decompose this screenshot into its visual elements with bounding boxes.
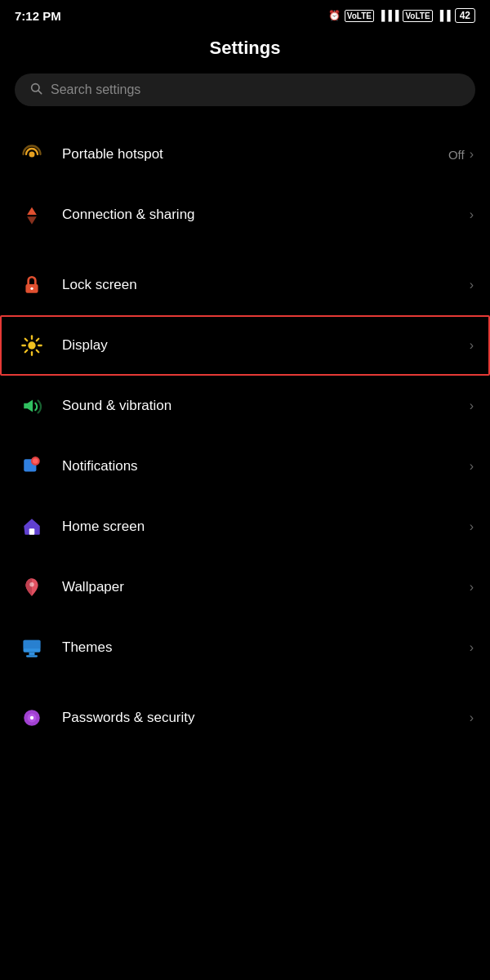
- svg-line-14: [25, 350, 27, 352]
- settings-item-display[interactable]: Display ›: [0, 315, 490, 376]
- item-label-connection-sharing: Connection & sharing: [62, 207, 470, 223]
- alarm-icon: ⏰: [328, 10, 341, 21]
- svg-marker-3: [27, 207, 37, 215]
- chevron-right-icon: ›: [470, 147, 474, 162]
- settings-item-passwords-security[interactable]: Passwords & security ›: [0, 688, 490, 748]
- svg-point-2: [29, 152, 35, 158]
- chevron-right-icon: ›: [470, 459, 474, 474]
- svg-line-13: [37, 350, 38, 352]
- settings-list: Portable hotspot Off › Connection & shar…: [0, 124, 490, 748]
- settings-item-portable-hotspot[interactable]: Portable hotspot Off ›: [0, 124, 490, 185]
- svg-point-7: [28, 341, 35, 349]
- page-title: Settings: [0, 28, 490, 74]
- signal-lte-icon: VoLTE: [345, 10, 374, 22]
- chevron-right-icon: ›: [470, 640, 474, 655]
- svg-point-28: [30, 716, 33, 719]
- chevron-right-icon: ›: [470, 338, 474, 353]
- item-label-passwords-security: Passwords & security: [62, 710, 470, 726]
- wallpaper-icon: [16, 572, 47, 603]
- search-bar[interactable]: Search settings: [15, 74, 475, 106]
- item-label-wallpaper: Wallpaper: [62, 579, 470, 595]
- item-label-display: Display: [62, 337, 470, 354]
- chevron-right-icon: ›: [470, 278, 474, 292]
- display-icon: [16, 330, 47, 361]
- svg-marker-16: [24, 399, 33, 412]
- item-label-sound-vibration: Sound & vibration: [62, 398, 470, 414]
- svg-point-21: [29, 582, 33, 586]
- item-label-lock-screen: Lock screen: [62, 277, 470, 293]
- chevron-right-icon: ›: [470, 710, 474, 725]
- svg-rect-20: [29, 528, 35, 535]
- passwords-icon: [16, 702, 47, 733]
- battery-icon: 42: [455, 8, 475, 23]
- svg-marker-4: [27, 216, 37, 224]
- search-placeholder-text: Search settings: [51, 82, 140, 97]
- settings-item-notifications[interactable]: Notifications ›: [0, 436, 490, 497]
- settings-item-home-screen[interactable]: Home screen ›: [0, 497, 490, 557]
- svg-point-19: [33, 458, 38, 464]
- item-label-notifications: Notifications: [62, 458, 470, 474]
- chevron-right-icon: ›: [470, 580, 474, 595]
- status-time: 7:12 PM: [15, 9, 61, 23]
- chevron-right-icon: ›: [470, 207, 474, 222]
- item-label-home-screen: Home screen: [62, 519, 470, 535]
- signal-bars-2: ▐▐: [437, 10, 451, 21]
- item-value-portable-hotspot: Off: [448, 148, 465, 162]
- item-label-themes: Themes: [62, 639, 470, 656]
- svg-point-6: [30, 287, 33, 290]
- connection-icon: [16, 199, 47, 230]
- svg-line-1: [38, 91, 42, 94]
- settings-item-connection-sharing[interactable]: Connection & sharing ›: [0, 185, 490, 245]
- svg-line-12: [25, 339, 27, 341]
- section-gap: [0, 678, 490, 688]
- item-label-portable-hotspot: Portable hotspot: [62, 146, 448, 163]
- signal-lte-2-icon: VoLTE: [403, 10, 432, 22]
- svg-rect-24: [26, 655, 38, 657]
- lockscreen-icon: [16, 270, 47, 301]
- settings-item-lock-screen[interactable]: Lock screen ›: [0, 255, 490, 315]
- homescreen-icon: [16, 511, 47, 542]
- status-bar: 7:12 PM ⏰ VoLTE ▐▐▐ VoLTE ▐▐ 42: [0, 0, 490, 28]
- svg-rect-25: [24, 640, 41, 649]
- search-icon: [29, 82, 42, 98]
- svg-line-15: [37, 339, 38, 341]
- sound-icon: [16, 390, 47, 421]
- svg-rect-23: [29, 653, 35, 656]
- settings-item-sound-vibration[interactable]: Sound & vibration ›: [0, 376, 490, 436]
- chevron-right-icon: ›: [470, 519, 474, 534]
- settings-item-wallpaper[interactable]: Wallpaper ›: [0, 557, 490, 617]
- settings-item-themes[interactable]: Themes ›: [0, 617, 490, 678]
- status-icons: ⏰ VoLTE ▐▐▐ VoLTE ▐▐ 42: [328, 8, 475, 23]
- signal-bars-1: ▐▐▐: [378, 10, 399, 21]
- themes-icon: [16, 632, 47, 663]
- hotspot-icon: [16, 139, 47, 170]
- section-gap: [0, 245, 490, 255]
- notifications-icon: [16, 451, 47, 482]
- chevron-right-icon: ›: [470, 399, 474, 413]
